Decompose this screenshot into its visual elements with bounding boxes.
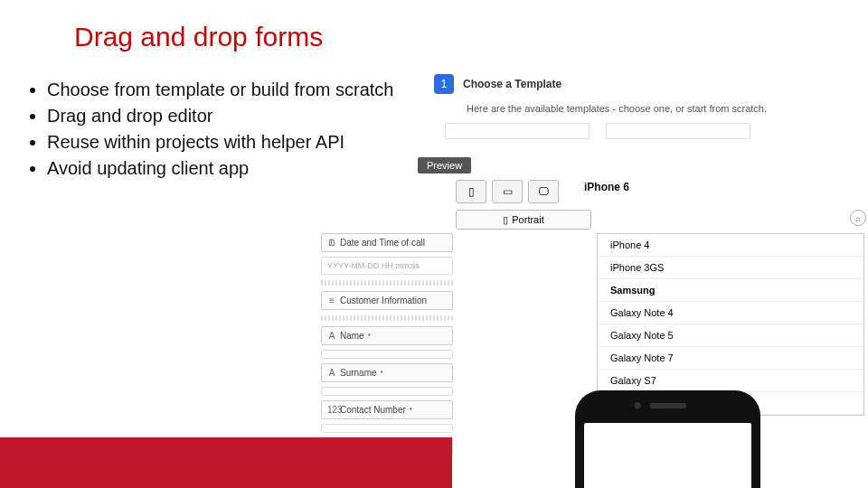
template-chooser: 1 Choose a Template Here are the availab… bbox=[434, 74, 868, 139]
device-desktop-button[interactable]: 🖵 bbox=[528, 180, 559, 203]
selected-device-label[interactable]: iPhone 6 bbox=[584, 181, 629, 193]
device-option[interactable]: Galaxy S7 bbox=[598, 370, 863, 392]
font-icon: A bbox=[327, 368, 336, 378]
orientation-select[interactable]: ▯ Portrait bbox=[456, 210, 591, 230]
step-badge: 1 bbox=[434, 74, 454, 94]
template-card[interactable] bbox=[606, 123, 750, 139]
required-mark: * bbox=[410, 406, 412, 414]
template-subtext: Here are the available templates - choos… bbox=[467, 103, 868, 114]
device-option[interactable]: iPhone 3GS bbox=[598, 257, 863, 279]
separator bbox=[321, 280, 453, 286]
device-group: Samsung bbox=[598, 279, 863, 302]
device-dropdown[interactable]: iPhone 4 iPhone 3GS Samsung Galaxy Note … bbox=[597, 233, 864, 416]
bullet-item: Avoid updating client app bbox=[47, 156, 403, 181]
bullet-item: Drag and drop editor bbox=[47, 104, 403, 128]
datetime-input[interactable]: YYYY-MM-DD HH:mm:ss bbox=[321, 257, 453, 275]
device-option[interactable]: Galaxy Note 4 bbox=[598, 302, 863, 324]
contact-field-label[interactable]: 123 Contact Number * bbox=[321, 400, 453, 419]
phone-camera-dot bbox=[634, 402, 640, 408]
device-tablet-button[interactable]: ▭ bbox=[492, 180, 523, 203]
device-option[interactable]: iPhone 4 bbox=[598, 234, 863, 257]
footer-band bbox=[0, 437, 452, 488]
portrait-icon: ▯ bbox=[503, 214, 508, 226]
orientation-label: Portrait bbox=[512, 214, 543, 225]
phone-mockup bbox=[575, 390, 760, 488]
surname-input[interactable] bbox=[321, 387, 453, 396]
device-phone-button[interactable]: ▯ bbox=[456, 180, 486, 203]
surname-field-label[interactable]: A Surname * bbox=[321, 363, 453, 382]
calendar-icon: 🗓 bbox=[327, 238, 336, 248]
search-icon[interactable]: ⌕ bbox=[850, 210, 866, 226]
section-header[interactable]: ≡ Customer Information bbox=[321, 291, 453, 310]
font-icon: A bbox=[327, 331, 336, 341]
template-card[interactable] bbox=[445, 123, 590, 139]
phone-icon: ▯ bbox=[468, 185, 475, 198]
form-editor: 🗓 Date and Time of call YYYY-MM-DD HH:mm… bbox=[321, 233, 453, 461]
bullet-item: Reuse within projects with helper API bbox=[47, 130, 403, 155]
bullet-item: Choose from template or build from scrat… bbox=[47, 78, 403, 102]
device-option[interactable]: Galaxy Note 5 bbox=[598, 324, 863, 347]
number-icon: 123 bbox=[327, 405, 336, 415]
desktop-icon: 🖵 bbox=[538, 185, 549, 198]
name-field-label[interactable]: A Name * bbox=[321, 326, 453, 345]
phone-screen bbox=[584, 423, 751, 488]
slide-title: Drag and drop forms bbox=[74, 22, 323, 52]
contact-input[interactable] bbox=[321, 424, 453, 433]
required-mark: * bbox=[381, 369, 383, 377]
separator bbox=[321, 315, 453, 321]
template-heading: Choose a Template bbox=[463, 78, 561, 90]
required-mark: * bbox=[368, 332, 371, 340]
name-input[interactable] bbox=[321, 350, 453, 359]
tablet-icon: ▭ bbox=[503, 185, 513, 198]
device-option[interactable]: Galaxy Note 7 bbox=[598, 347, 863, 370]
menu-icon: ≡ bbox=[327, 296, 336, 305]
bullet-list: Choose from template or build from scrat… bbox=[24, 78, 403, 183]
datetime-field-label[interactable]: 🗓 Date and Time of call bbox=[321, 233, 453, 252]
preview-tab[interactable]: Preview bbox=[418, 157, 471, 174]
